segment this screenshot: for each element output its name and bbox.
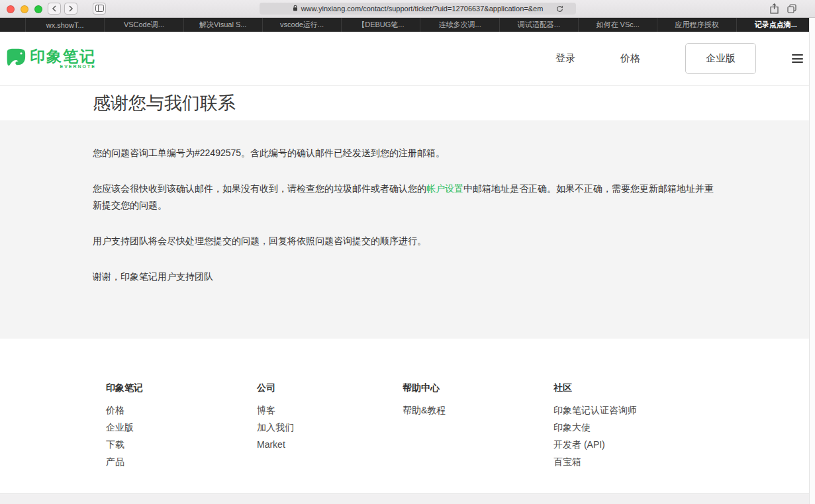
footer-column-title: 帮助中心 — [403, 382, 553, 393]
account-settings-link[interactable]: 帐户设置 — [426, 183, 463, 194]
tabs-overview-button[interactable] — [787, 4, 796, 15]
footer-link[interactable]: 价格 — [106, 401, 257, 419]
browser-tab-active[interactable]: 记录点点滴... — [736, 18, 815, 32]
site-footer: 印象笔记 价格 企业版 下载 产品 公司 博客 加入我们 Market 帮助中心… — [0, 339, 815, 470]
share-button[interactable] — [770, 3, 779, 16]
tab-label: VSCode调... — [124, 20, 164, 30]
browser-chrome: www.yinxiang.com/contact/support/ticket/… — [0, 0, 815, 18]
title-wrap: 感谢您与我们联系 — [0, 86, 815, 120]
chevron-left-icon — [52, 4, 57, 14]
logo-subtitle: EVERNOTE — [60, 64, 96, 69]
footer-column-yinxiang: 印象笔记 价格 企业版 下载 产品 — [106, 382, 257, 470]
footer-link[interactable]: 博客 — [257, 401, 403, 419]
tab-label: 记录点点滴... — [755, 20, 797, 30]
tab-label: 如何在 VSc... — [597, 20, 640, 30]
browser-tab[interactable]: 应用程序授权 — [657, 18, 736, 32]
browser-tab[interactable]: vscode运行... — [262, 18, 341, 32]
elephant-logo-icon — [4, 46, 26, 71]
footer-column-title: 社区 — [553, 382, 704, 393]
paragraph-ticket-number: 您的问题咨询工单编号为#22492575。含此编号的确认邮件已经发送到您的注册邮… — [93, 145, 715, 161]
footer-column-community: 社区 印象笔记认证咨询师 印象大使 开发者 (API) 百宝箱 — [553, 382, 704, 470]
logo-text: 印象笔记 EVERNOTE — [30, 48, 96, 69]
hamburger-menu-button[interactable] — [792, 54, 803, 63]
tab-strip-stub — [0, 18, 25, 32]
tab-label: vscode运行... — [280, 20, 324, 30]
footer-column-help: 帮助中心 帮助&教程 — [403, 382, 553, 470]
browser-tab[interactable]: wx.showT... — [25, 18, 104, 32]
url-text: www.yinxiang.com/contact/support/ticket/… — [301, 5, 544, 13]
lock-icon — [293, 5, 298, 13]
forward-button[interactable] — [64, 3, 77, 15]
logo-wordmark: 印象笔记 — [30, 48, 96, 65]
chevron-right-icon — [68, 4, 73, 14]
header-nav: 登录 价格 企业版 — [555, 43, 756, 74]
paragraph-email-check: 您应该会很快收到该确认邮件，如果没有收到，请检查您的垃圾邮件或者确认您的帐户设置… — [93, 181, 715, 214]
footer-link[interactable]: 印象大使 — [553, 419, 704, 436]
footer-link[interactable]: 下载 — [106, 436, 257, 453]
browser-tab[interactable]: 【DEBUG笔... — [341, 18, 420, 32]
share-icon — [770, 3, 779, 16]
zoom-window-button[interactable] — [34, 5, 42, 13]
tab-label: wx.showT... — [46, 21, 84, 29]
paragraph-support-team: 用户支持团队将会尽快处理您提交的问题，回复将依照问题咨询提交的顺序进行。 — [93, 233, 715, 249]
tab-label: 【DEBUG笔... — [358, 20, 404, 30]
browser-tab[interactable]: 如何在 VSc... — [578, 18, 657, 32]
browser-tab[interactable]: 连续多次调... — [420, 18, 499, 32]
sidebar-icon — [95, 4, 104, 14]
tab-label: 连续多次调... — [439, 20, 481, 30]
footer-column-title: 公司 — [257, 382, 403, 393]
reload-button[interactable] — [556, 5, 563, 15]
footer-link[interactable]: Market — [257, 436, 403, 453]
footer-column-title: 印象笔记 — [106, 382, 257, 393]
footer-bottom-bar — [0, 493, 815, 504]
footer-column-company: 公司 博客 加入我们 Market — [257, 382, 403, 470]
tabs-overview-icon — [787, 4, 796, 15]
address-bar[interactable]: www.yinxiang.com/contact/support/ticket/… — [260, 3, 576, 15]
chrome-right-icons — [770, 3, 796, 16]
browser-tab[interactable]: 调试适配器... — [499, 18, 578, 32]
login-link[interactable]: 登录 — [555, 52, 575, 65]
tab-strip: wx.showT... VSCode调... 解决Visual S... vsc… — [0, 18, 815, 32]
history-nav-buttons — [48, 3, 77, 15]
footer-link[interactable]: 开发者 (API) — [553, 436, 704, 453]
footer-link[interactable]: 百宝箱 — [553, 453, 704, 470]
tab-label: 解决Visual S... — [199, 20, 246, 30]
reload-icon — [556, 5, 563, 15]
p2-text-pre: 您应该会很快收到该确认邮件，如果没有收到，请检查您的垃圾邮件或者确认您的 — [93, 183, 426, 194]
footer-link[interactable]: 印象笔记认证咨询师 — [553, 401, 704, 419]
minimize-window-button[interactable] — [21, 5, 28, 13]
pricing-link[interactable]: 价格 — [620, 52, 640, 65]
window-controls — [7, 5, 42, 13]
paragraph-signoff: 谢谢，印象笔记用户支持团队 — [93, 269, 715, 285]
sidebar-toggle-button[interactable] — [93, 3, 106, 15]
close-window-button[interactable] — [7, 5, 15, 13]
business-edition-button[interactable]: 企业版 — [685, 43, 756, 74]
page-title: 感谢您与我们联系 — [93, 93, 815, 114]
yinxiang-logo[interactable]: 印象笔记 EVERNOTE — [4, 46, 96, 71]
ticket-confirmation-section: 您的问题咨询工单编号为#22492575。含此编号的确认邮件已经发送到您的注册邮… — [0, 120, 815, 339]
browser-tab[interactable]: VSCode调... — [104, 18, 183, 32]
page-scrollbar[interactable] — [809, 18, 815, 504]
tab-label: 调试适配器... — [518, 20, 560, 30]
back-button[interactable] — [48, 3, 61, 15]
footer-link[interactable]: 企业版 — [106, 419, 257, 436]
tab-label: 应用程序授权 — [675, 20, 719, 30]
main-content: 感谢您与我们联系 您的问题咨询工单编号为#22492575。含此编号的确认邮件已… — [0, 86, 815, 339]
site-header: 印象笔记 EVERNOTE 登录 价格 企业版 — [0, 32, 815, 86]
footer-link[interactable]: 帮助&教程 — [403, 401, 553, 419]
browser-tab[interactable]: 解决Visual S... — [183, 18, 262, 32]
footer-link[interactable]: 加入我们 — [257, 419, 403, 436]
footer-link[interactable]: 产品 — [106, 453, 257, 470]
hamburger-icon — [792, 54, 803, 56]
